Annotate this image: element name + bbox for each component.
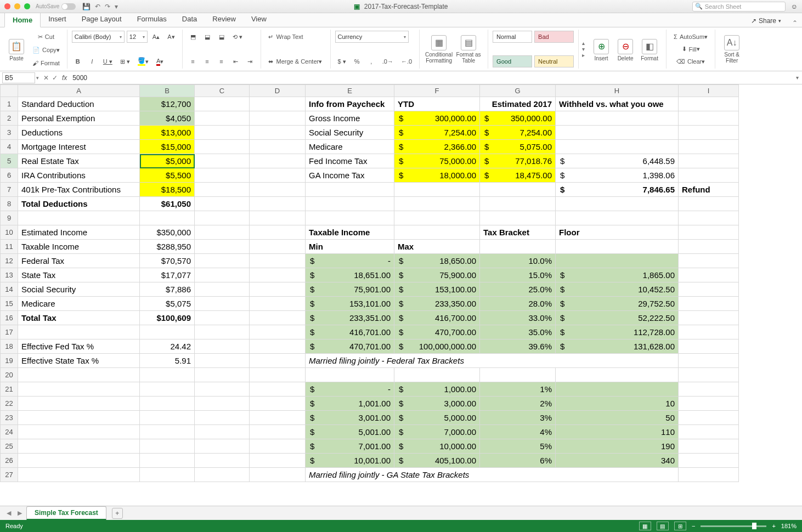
row-header-25[interactable]: 25 <box>1 439 18 454</box>
cell-G13[interactable]: 15.0% <box>480 268 556 282</box>
cell-E7[interactable] <box>306 183 394 197</box>
border-button[interactable]: ⊞ ▾ <box>117 55 133 67</box>
row-header-1[interactable]: 1 <box>1 97 18 111</box>
cell-E15[interactable]: $153,101.00 <box>306 297 394 311</box>
cell-I4[interactable] <box>679 140 739 154</box>
style-normal[interactable]: Normal <box>493 31 532 43</box>
cell-F11[interactable]: Max <box>394 240 480 254</box>
percent-button[interactable]: % <box>351 55 363 67</box>
cell-C23[interactable] <box>195 411 250 425</box>
cell-B11[interactable]: $288,950 <box>140 240 195 254</box>
cell-H5[interactable]: $6,448.59 <box>556 154 679 168</box>
cell-A3[interactable]: Deductions <box>18 126 140 140</box>
cell-D27[interactable] <box>250 468 306 482</box>
cell-E17[interactable]: $416,701.00 <box>306 325 394 339</box>
cell-C14[interactable] <box>195 282 250 297</box>
cell-H25[interactable]: 190 <box>556 439 679 454</box>
cell-E22[interactable]: $1,001.00 <box>306 397 394 411</box>
cell-G18[interactable]: 39.6% <box>480 339 556 354</box>
cell-I6[interactable] <box>679 168 739 183</box>
formula-input[interactable]: 5000 <box>70 74 796 82</box>
cell-D5[interactable] <box>250 154 306 168</box>
cell-D20[interactable] <box>250 368 306 382</box>
cell-I17[interactable] <box>679 325 739 339</box>
copy-button[interactable]: 📄 Copy ▾ <box>30 44 63 56</box>
styles-scroll[interactable]: ▴▾▸ <box>582 30 585 69</box>
cell-H14[interactable]: $10,452.50 <box>556 282 679 297</box>
cell-G17[interactable]: 35.0% <box>480 325 556 339</box>
cell-D12[interactable] <box>250 254 306 268</box>
cell-I18[interactable] <box>679 339 739 354</box>
cell-C17[interactable] <box>195 325 250 339</box>
cell-B22[interactable] <box>140 397 195 411</box>
cell-G6[interactable]: $18,475.00 <box>480 168 556 183</box>
cell-A22[interactable] <box>18 397 140 411</box>
cell-H26[interactable]: 340 <box>556 454 679 468</box>
cell-C12[interactable] <box>195 254 250 268</box>
sheet-tab-active[interactable]: Simple Tax Forecast <box>26 506 106 520</box>
cell-I14[interactable] <box>679 282 739 297</box>
cell-E2[interactable]: Gross Income <box>306 111 394 126</box>
cell-B21[interactable] <box>140 382 195 397</box>
col-header-E[interactable]: E <box>306 85 394 97</box>
cell-B5[interactable]: $5,000 <box>140 154 195 168</box>
increase-decimal-icon[interactable]: .0→ <box>380 55 396 67</box>
spreadsheet-grid[interactable]: ABCDEFGHI 1Standard Deduction$12,700Info… <box>0 84 802 482</box>
row-header-23[interactable]: 23 <box>1 411 18 425</box>
cell-A11[interactable]: Taxable Income <box>18 240 140 254</box>
cell-B19[interactable]: 5.91 <box>140 354 195 368</box>
cell-B27[interactable] <box>140 468 195 482</box>
fill-color-button[interactable]: 🪣 ▾ <box>135 55 151 67</box>
row-header-18[interactable]: 18 <box>1 339 18 354</box>
zoom-out-icon[interactable]: − <box>692 523 695 529</box>
tab-view[interactable]: View <box>244 12 274 27</box>
cell-B20[interactable] <box>140 368 195 382</box>
cell-B10[interactable]: $350,000 <box>140 225 195 240</box>
cell-F23[interactable]: $5,000.00 <box>394 411 480 425</box>
cell-F10[interactable] <box>394 225 480 240</box>
decrease-decimal-icon[interactable]: ←.0 <box>398 55 415 67</box>
cell-B1[interactable]: $12,700 <box>140 97 195 111</box>
cell-C13[interactable] <box>195 268 250 282</box>
font-size-select[interactable]: 12▾ <box>127 31 148 43</box>
cell-A8[interactable]: Total Deductions <box>18 197 140 211</box>
cell-C2[interactable] <box>195 111 250 126</box>
cell-B8[interactable]: $61,050 <box>140 197 195 211</box>
cell-F2[interactable]: $300,000.00 <box>394 111 480 126</box>
cell-A17[interactable] <box>18 325 140 339</box>
underline-button[interactable]: U ▾ <box>100 55 115 67</box>
cell-E5[interactable]: Fed Income Tax <box>306 154 394 168</box>
cell-H6[interactable]: $1,398.06 <box>556 168 679 183</box>
cell-B16[interactable]: $100,609 <box>140 311 195 325</box>
cell-H3[interactable] <box>556 126 679 140</box>
cell-G21[interactable]: 1% <box>480 382 556 397</box>
cell-E9[interactable] <box>306 211 394 225</box>
cell-I11[interactable] <box>679 240 739 254</box>
cell-B6[interactable]: $5,500 <box>140 168 195 183</box>
merge-center-button[interactable]: ⬌ Merge & Center ▾ <box>266 55 326 67</box>
cell-E20[interactable] <box>306 368 394 382</box>
cell-E16[interactable]: $233,351.00 <box>306 311 394 325</box>
cell-E21[interactable]: $- <box>306 382 394 397</box>
cell-C8[interactable] <box>195 197 250 211</box>
cell-I27[interactable] <box>679 468 739 482</box>
cell-I9[interactable] <box>679 211 739 225</box>
increase-font-icon[interactable]: A▴ <box>150 31 162 43</box>
align-bottom-icon[interactable]: ⬓ <box>216 31 228 43</box>
cell-H23[interactable]: 50 <box>556 411 679 425</box>
cell-H10[interactable]: Floor <box>556 225 679 240</box>
cell-C16[interactable] <box>195 311 250 325</box>
row-header-22[interactable]: 22 <box>1 397 18 411</box>
cell-G15[interactable]: 28.0% <box>480 297 556 311</box>
decrease-indent-icon[interactable]: ⇤ <box>230 55 242 67</box>
cell-F12[interactable]: $18,650.00 <box>394 254 480 268</box>
cell-G25[interactable]: 5% <box>480 439 556 454</box>
fx-icon[interactable]: fx <box>62 74 67 82</box>
cell-E27[interactable]: Married filing jointly - GA State Tax Br… <box>306 468 679 482</box>
row-header-17[interactable]: 17 <box>1 325 18 339</box>
cell-B7[interactable]: $18,500 <box>140 183 195 197</box>
cell-F6[interactable]: $18,000.00 <box>394 168 480 183</box>
wrap-text-button[interactable]: ↵ Wrap Text <box>266 31 326 43</box>
cell-I21[interactable] <box>679 382 739 397</box>
cell-E10[interactable]: Taxable Income <box>306 225 394 240</box>
